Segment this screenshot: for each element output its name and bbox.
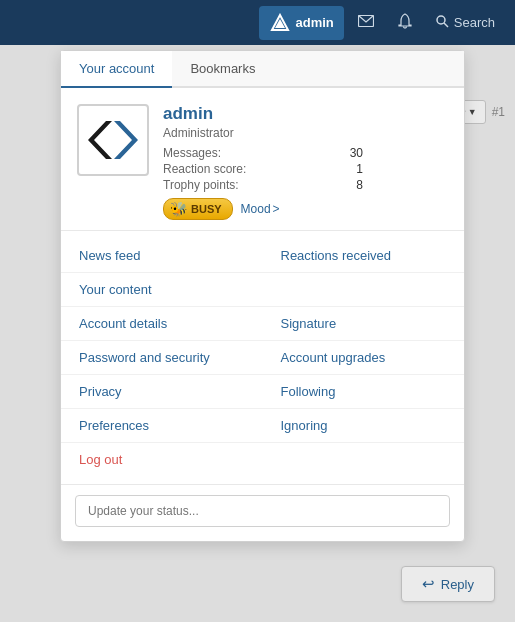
profile-info: admin Administrator Messages: 30 Reactio…: [163, 104, 448, 220]
menu-row-5: Preferences Ignoring: [61, 409, 464, 443]
avatar[interactable]: [77, 104, 149, 176]
menu-grid: News feed Reactions received Your conten…: [61, 230, 464, 484]
username-label: admin: [296, 15, 334, 30]
account-dropdown: Your account Bookmarks admin Admini: [60, 50, 465, 542]
reactions-received-link[interactable]: Reactions received: [263, 239, 465, 272]
mail-icon: [358, 15, 374, 30]
trophy-value: 8: [356, 178, 363, 192]
password-security-link[interactable]: Password and security: [61, 341, 263, 374]
menu-row-0: News feed Reactions received: [61, 239, 464, 273]
news-feed-link[interactable]: News feed: [61, 239, 263, 272]
preferences-link[interactable]: Preferences: [61, 409, 263, 442]
messages-stat: Messages: 30: [163, 146, 363, 160]
menu-row-1: Your content: [61, 273, 464, 307]
search-label: Search: [454, 15, 495, 30]
privacy-link[interactable]: Privacy: [61, 375, 263, 408]
busy-label: BUSY: [191, 203, 222, 215]
mood-label: Mood: [241, 202, 271, 216]
menu-row-3: Password and security Account upgrades: [61, 341, 464, 375]
profile-stats: Messages: 30 Reaction score: 1 Trophy po…: [163, 146, 448, 192]
menu-row-4: Privacy Following: [61, 375, 464, 409]
bee-icon: 🐝: [170, 201, 187, 217]
signature-link[interactable]: Signature: [263, 307, 465, 340]
messages-value: 30: [350, 146, 363, 160]
menu-row-2: Account details Signature: [61, 307, 464, 341]
user-menu-trigger[interactable]: admin: [259, 6, 344, 40]
tab-bookmarks[interactable]: Bookmarks: [172, 51, 273, 88]
following-link[interactable]: Following: [263, 375, 465, 408]
mail-button[interactable]: [348, 9, 384, 36]
status-input[interactable]: [75, 495, 450, 527]
reaction-label: Reaction score:: [163, 162, 246, 176]
search-icon: [436, 15, 449, 31]
menu-row-logout: Log out: [61, 443, 464, 476]
mood-arrow-icon: >: [273, 202, 280, 216]
trophy-stat: Trophy points: 8: [163, 178, 363, 192]
search-button[interactable]: Search: [426, 9, 505, 37]
account-upgrades-link[interactable]: Account upgrades: [263, 341, 465, 374]
profile-section: admin Administrator Messages: 30 Reactio…: [61, 88, 464, 230]
busy-badge[interactable]: 🐝 BUSY: [163, 198, 233, 220]
status-section: [61, 484, 464, 541]
ignoring-link[interactable]: Ignoring: [263, 409, 465, 442]
reaction-stat: Reaction score: 1: [163, 162, 363, 176]
svg-line-4: [444, 23, 448, 27]
messages-label: Messages:: [163, 146, 221, 160]
logout-link[interactable]: Log out: [61, 443, 464, 476]
svg-point-3: [437, 16, 445, 24]
bell-icon: [398, 13, 412, 32]
dropdown-tabs: Your account Bookmarks: [61, 51, 464, 88]
notifications-button[interactable]: [388, 7, 422, 38]
account-details-link[interactable]: Account details: [61, 307, 263, 340]
site-logo-icon: [269, 12, 291, 34]
reaction-value: 1: [356, 162, 363, 176]
your-content-link[interactable]: Your content: [61, 273, 464, 306]
trophy-label: Trophy points:: [163, 178, 239, 192]
status-row: 🐝 BUSY Mood >: [163, 198, 448, 220]
tab-your-account[interactable]: Your account: [61, 51, 172, 88]
navbar: admin Search: [0, 0, 515, 45]
profile-name[interactable]: admin: [163, 104, 448, 124]
mood-button[interactable]: Mood >: [241, 202, 280, 216]
profile-role: Administrator: [163, 126, 448, 140]
